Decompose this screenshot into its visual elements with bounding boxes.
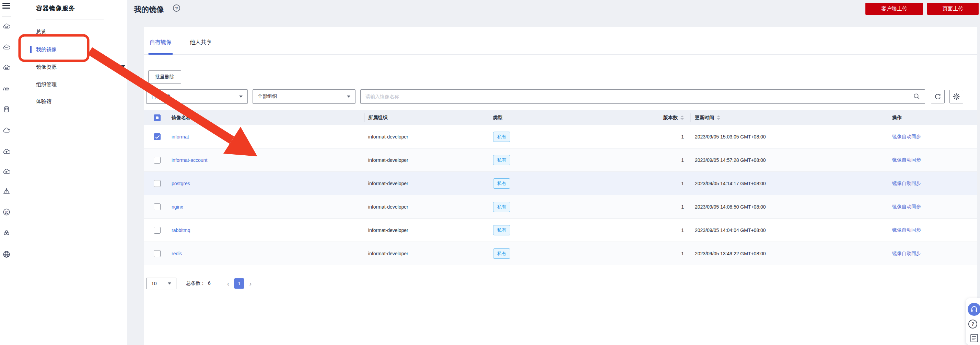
updated-value: 2023/09/05 14:57:28 GMT+08:00 [695,149,766,171]
image-name-link[interactable]: rabbitmq [172,227,190,233]
sidebar-divider [36,19,103,20]
help-icon[interactable]: ? [173,5,180,12]
sidebar-item-my-images[interactable]: 我的镜像 [36,45,57,54]
waves-icon[interactable] [2,84,11,93]
versions-value: 1 [618,219,684,241]
sort-icon[interactable] [194,115,197,120]
rail-divider [2,16,11,16]
image-name-link[interactable]: postgres [172,181,190,186]
next-page-button[interactable]: › [249,278,251,289]
sidebar-item-org-management[interactable]: 组织管理 [36,80,57,89]
ip-icon[interactable]: IP [2,208,11,216]
document-icon[interactable] [970,334,979,344]
column-header-updated[interactable]: 更新时间 [695,110,720,125]
client-upload-button[interactable]: 客户端上传 [865,3,923,15]
column-settings-button[interactable] [950,90,963,104]
updated-value: 2023/09/05 14:04:04 GMT+08:00 [695,219,766,241]
column-header-type: 类型 [493,110,503,125]
current-page-button[interactable]: 1 [234,278,244,289]
auto-sync-link[interactable]: 镜像自动同步 [892,227,921,233]
sidebar-item-overview[interactable]: 总览 [36,27,46,36]
sort-icon[interactable] [681,115,684,120]
table-row: informat-account informat-developer 私有 1… [144,149,977,172]
table-row: redis informat-developer 私有 1 2023/09/05… [144,242,977,265]
row-checkbox[interactable] [154,180,161,187]
batch-delete-button[interactable]: 批量删除 [148,70,181,83]
auto-sync-link[interactable]: 镜像自动同步 [892,157,921,163]
cloud-document-icon[interactable] [2,105,11,113]
org-filter-select[interactable]: 全部组织 [253,89,355,104]
org-value: informat-developer [368,242,408,265]
type-badge: 私有 [493,202,510,212]
prev-page-button[interactable]: ‹ [227,278,229,289]
tab-bar: 自有镜像 他人共享 [144,27,977,54]
help-icon[interactable]: ? [968,319,977,329]
versions-value: 1 [618,125,684,148]
auto-sync-link[interactable]: 镜像自动同步 [892,180,921,187]
select-all-checkbox[interactable] [154,114,161,121]
floating-dock: ? [966,298,980,345]
globe-icon[interactable]: w [2,250,11,259]
versions-value: 1 [618,242,684,265]
refresh-button[interactable] [931,90,945,104]
auto-sync-link[interactable]: 镜像自动同步 [892,134,921,140]
chevron-down-icon [347,96,350,97]
auto-sync-link[interactable]: 镜像自动同步 [892,251,921,257]
filter-row: 自有镜像 全部组织 [146,89,977,104]
row-checkbox[interactable] [154,133,161,140]
customer-service-icon[interactable] [968,303,980,316]
page-size-select[interactable]: 10 [146,278,177,289]
org-value: informat-developer [368,172,408,195]
org-value: informat-developer [368,195,408,218]
type-badge: 私有 [493,225,510,235]
image-scope-select[interactable]: 自有镜像 [146,89,248,104]
search-input[interactable] [361,94,913,99]
type-badge: 私有 [493,132,510,142]
table-row: nginx informat-developer 私有 1 2023/09/05… [144,195,977,219]
table-row: postgres informat-developer 私有 1 2023/09… [144,172,977,195]
sidebar-item-image-resources[interactable]: 镜像资源 [36,62,57,72]
sort-icon[interactable] [717,115,720,120]
cloud-upload-icon[interactable] [2,148,11,156]
org-value: informat-developer [368,149,408,171]
versions-value: 1 [618,149,684,171]
updated-value: 2023/09/05 14:08:50 GMT+08:00 [695,195,766,218]
content-card: 自有镜像 他人共享 批量删除 自有镜像 全部组织 [144,27,977,345]
updated-value: 2023/09/05 15:03:05 GMT+08:00 [695,125,766,148]
sidebar-item-experience-hall[interactable]: 体验馆 [36,97,51,106]
tab-shared-by-others[interactable]: 他人共享 [188,39,213,54]
cloud-share-icon[interactable] [2,168,11,176]
menu-icon[interactable] [2,3,10,9]
image-name-link[interactable]: redis [172,251,182,256]
chevron-down-icon [168,283,171,284]
row-checkbox[interactable] [154,157,161,164]
page-upload-button[interactable]: 页面上传 [927,3,978,15]
cloud-dots-icon[interactable] [2,43,11,51]
table-header-row: 镜像名称 所属组织 类型 版本数 更新时间 操作 [144,110,977,125]
cloud-icon[interactable] [2,126,11,135]
svg-text:w: w [7,255,9,257]
chevron-down-icon[interactable] [121,65,125,68]
chevron-down-icon [239,96,243,97]
table-row: informat informat-developer 私有 1 2023/09… [144,125,977,149]
image-name-link[interactable]: informat [172,134,189,139]
prism-icon[interactable] [2,188,11,196]
cloud-storage-icon[interactable] [2,64,11,72]
type-badge: 私有 [493,178,510,188]
service-sidebar: 容器镜像服务 总览 我的镜像 镜像资源 组织管理 体验馆 [13,0,127,345]
row-checkbox[interactable] [154,250,161,257]
column-header-org: 所属组织 [368,110,387,125]
row-checkbox[interactable] [154,227,161,234]
auto-sync-link[interactable]: 镜像自动同步 [892,204,921,210]
page-title: 我的镜像 [134,5,164,15]
column-header-name[interactable]: 镜像名称 [172,110,197,125]
cloud-server-icon[interactable] [2,22,11,30]
tab-own-images[interactable]: 自有镜像 [148,39,173,54]
column-header-versions[interactable]: 版本数 [618,110,684,125]
cluster-icon[interactable] [2,229,11,237]
row-checkbox[interactable] [154,203,161,210]
image-name-link[interactable]: informat-account [172,157,207,163]
search-icon[interactable] [913,93,921,100]
image-name-link[interactable]: nginx [172,204,183,209]
table-row: rabbitmq informat-developer 私有 1 2023/09… [144,219,977,242]
